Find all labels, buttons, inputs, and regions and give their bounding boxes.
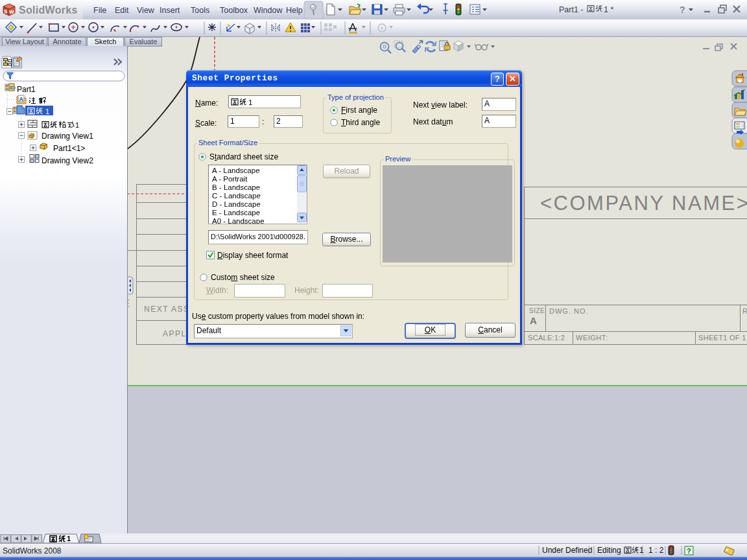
svg-text:Toolbox: Toolbox [220,6,248,15]
svg-text:1: 1 [67,535,71,542]
svg-text:1: 1 [45,108,49,115]
svg-text:Tools: Tools [191,6,209,15]
svg-text:R: R [742,307,747,315]
svg-text:1: 1 [639,546,644,555]
svg-text:S: S [4,8,8,14]
svg-text:WEIGHT:: WEIGHT: [576,334,608,342]
svg-text:1: 1 [75,121,79,129]
svg-text:DWG. NO.: DWG. NO. [549,307,589,315]
svg-text:W: W [9,9,14,15]
svg-text:?: ? [680,5,685,15]
svg-text:1 *: 1 * [604,5,613,14]
svg-text:1 : 2: 1 : 2 [648,546,664,555]
svg-text:Help: Help [286,6,303,15]
svg-text:View: View [137,6,155,15]
svg-text:SCALE:1:2: SCALE:1:2 [528,334,565,342]
svg-text:A: A [19,96,24,102]
svg-text:Editing: Editing [597,546,621,555]
svg-text:?: ? [687,547,691,555]
svg-text:SHEET1 OF 1: SHEET1 OF 1 [698,334,746,342]
svg-text:Edit: Edit [115,6,129,15]
svg-text:Window: Window [254,6,283,15]
svg-text:<COMPANY NAME>: <COMPANY NAME> [540,192,747,215]
svg-text:File: File [93,6,106,15]
svg-text:1: 1 [248,99,252,106]
svg-text:A: A [530,315,537,326]
svg-text:SolidWorks: SolidWorks [19,5,78,16]
svg-text:Insert: Insert [160,6,180,15]
svg-text:Under Defined: Under Defined [542,546,592,555]
svg-text:SIZE: SIZE [529,307,545,314]
svg-text:Part1 -: Part1 - [559,5,584,14]
